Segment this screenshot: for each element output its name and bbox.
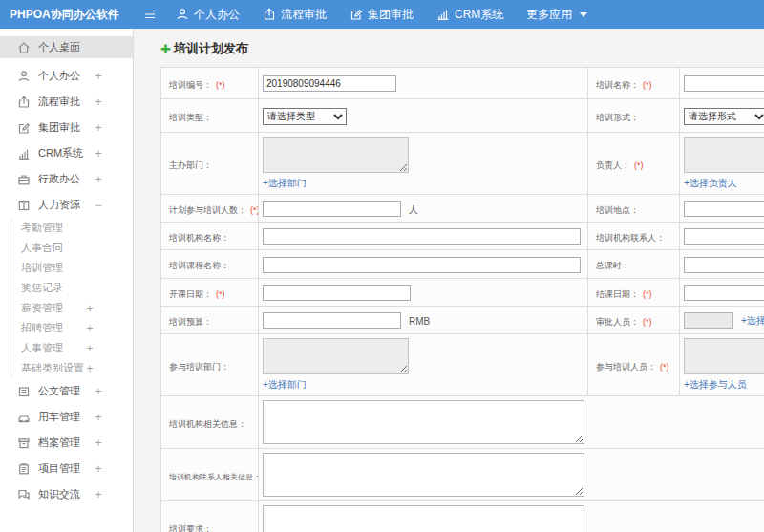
expand-icon[interactable]: + — [93, 436, 104, 450]
collapse-icon[interactable]: − — [93, 199, 104, 212]
nav-crm-system[interactable]: CRM系统 — [436, 7, 503, 23]
expand-icon[interactable]: + — [93, 121, 104, 135]
sidebar-item-hr-contract[interactable]: 人事合同 — [11, 238, 133, 258]
chat-icon — [17, 488, 31, 501]
sidebar-item-label: 公文管理 — [38, 384, 93, 398]
expand-icon[interactable]: + — [84, 362, 96, 375]
start-date-input[interactable] — [263, 285, 411, 301]
sidebar: 个人桌面 个人办公+ 流程审批+ 集团审批+ CRM系统+ 行政办公+ 人力资源… — [0, 29, 134, 532]
org-contact-input[interactable] — [684, 228, 764, 245]
nav-process-approval[interactable]: 流程审批 — [263, 7, 327, 23]
sidebar-item-attendance-mgmt[interactable]: 考勤管理 — [11, 218, 133, 238]
expand-icon[interactable]: + — [84, 342, 96, 355]
sidebar-item-salary-mgmt[interactable]: 薪资管理+ — [11, 298, 133, 318]
field-label: 培训预算： — [169, 317, 212, 327]
expand-icon[interactable]: + — [93, 385, 104, 398]
select-approver-link[interactable]: +选择审批人员 — [741, 314, 764, 328]
sidebar-item-label: 奖惩记录 — [21, 281, 84, 295]
nav-group-approval[interactable]: 集团审批 — [350, 7, 414, 23]
select-participants-link[interactable]: +选择参与人员 — [684, 378, 747, 392]
sidebar-item-knowledge-exchange[interactable]: 知识交流+ — [0, 481, 133, 507]
field-label: 培训课程名称： — [169, 261, 229, 270]
training-no-input[interactable] — [263, 75, 396, 92]
training-type-select[interactable]: 请选择类型 — [263, 108, 347, 125]
sidebar-item-label: 人事合同 — [21, 241, 84, 255]
expand-icon[interactable]: + — [93, 147, 104, 160]
sidebar-item-label: 人力资源 — [38, 198, 93, 212]
course-name-input[interactable] — [263, 257, 581, 273]
person-icon — [176, 8, 189, 21]
table-row: 计划参与培训人数：(*) 人 培训地点： — [161, 194, 764, 222]
sidebar-item-admin-office[interactable]: 行政办公+ — [0, 166, 133, 192]
sidebar-item-crm-system[interactable]: CRM系统+ — [0, 140, 133, 166]
table-row: 培训机构联系人相关信息： — [161, 449, 764, 501]
expand-icon[interactable]: + — [93, 462, 104, 476]
sidebar-item-group-approval[interactable]: 集团审批+ — [0, 115, 133, 140]
sidebar-item-reward-record[interactable]: 奖惩记录 — [11, 278, 133, 298]
sidebar-item-project-mgmt[interactable]: 项目管理+ — [0, 456, 133, 481]
org-info-textarea[interactable] — [263, 400, 584, 444]
end-date-input[interactable] — [684, 285, 764, 301]
select-leader-link[interactable]: +选择负责人 — [684, 177, 737, 190]
expand-icon[interactable]: + — [84, 302, 96, 315]
host-dept-textarea[interactable] — [263, 137, 409, 173]
expand-icon[interactable]: + — [93, 70, 104, 83]
expand-icon[interactable]: + — [93, 173, 104, 186]
sidebar-item-label: 基础类别设置 — [21, 361, 84, 375]
nav-personal-office[interactable]: 个人办公 — [176, 7, 240, 23]
requirements-textarea[interactable] — [263, 505, 584, 532]
planned-count-input[interactable] — [263, 201, 401, 217]
sidebar-item-recruit-mgmt[interactable]: 招聘管理+ — [11, 318, 133, 338]
sidebar-item-personal-desktop[interactable]: 个人桌面 — [0, 36, 133, 58]
select-dept-link[interactable]: +选择部门 — [263, 177, 307, 190]
table-row: 培训类型： 请选择类型 培训形式： 请选择形式 — [161, 99, 764, 133]
field-label: 培训机构联系人相关信息： — [169, 473, 259, 481]
org-contact-info-textarea[interactable] — [263, 453, 584, 497]
sidebar-item-personnel-mgmt[interactable]: 人事管理+ — [11, 338, 133, 358]
expand-icon[interactable]: + — [93, 411, 104, 424]
field-label: 培训机构名称： — [169, 233, 229, 243]
sidebar-item-archive-mgmt[interactable]: 档案管理+ — [0, 430, 133, 456]
expand-icon[interactable]: + — [93, 488, 104, 501]
org-name-input[interactable] — [263, 228, 581, 245]
app-title: PHPOA协同办公软件 — [0, 7, 143, 23]
field-label: 结课日期： — [596, 289, 639, 299]
edit-icon — [17, 121, 31, 135]
sidebar-item-personal-office[interactable]: 个人办公+ — [0, 63, 133, 89]
sidebar-item-document-mgmt[interactable]: 公文管理+ — [0, 378, 133, 404]
field-label: 计划参与培训人数： — [169, 205, 246, 215]
sidebar-item-training-mgmt[interactable]: 培训管理 — [11, 258, 133, 278]
sidebar-item-label: 集团审批 — [38, 120, 93, 135]
sidebar-item-label: 行政办公 — [38, 172, 93, 186]
select-dept-link[interactable]: +选择部门 — [263, 378, 307, 392]
sidebar-item-vehicle-mgmt[interactable]: 用车管理+ — [0, 404, 133, 430]
nav-label: 更多应用 — [526, 7, 572, 23]
page-title-text: 培训计划发布 — [174, 40, 248, 57]
expand-icon[interactable]: + — [84, 322, 96, 335]
field-label: 审批人员： — [596, 317, 639, 327]
training-form-select[interactable]: 请选择形式 — [684, 108, 764, 125]
sidebar-item-process-approval[interactable]: 流程审批+ — [0, 89, 133, 115]
location-input[interactable] — [684, 201, 764, 217]
hamburger-menu-icon[interactable] — [143, 8, 176, 21]
expand-icon[interactable]: + — [93, 96, 104, 109]
main-content: ✚ 培训计划发布 培训编号：(*) 培训名称：(*) 培训类型： 请选择类型 培… — [134, 29, 764, 532]
field-label: 总课时： — [596, 261, 630, 270]
training-name-input[interactable] — [684, 75, 764, 92]
table-row: 培训编号：(*) 培训名称：(*) — [161, 68, 764, 99]
sidebar-item-human-resources[interactable]: 人力资源− — [0, 192, 133, 218]
archive-icon — [17, 436, 31, 450]
leader-textarea[interactable] — [684, 137, 764, 173]
top-bar: PHPOA协同办公软件 个人办公 流程审批 集团审批 CRM系统 更多应用 — [0, 0, 764, 29]
join-dept-textarea[interactable] — [263, 338, 409, 374]
nav-label: 集团审批 — [368, 7, 414, 23]
budget-input[interactable] — [263, 312, 401, 329]
approver-input[interactable] — [684, 312, 733, 329]
sidebar-item-base-category-settings[interactable]: 基础类别设置+ — [11, 358, 133, 378]
total-hours-input[interactable] — [684, 257, 764, 273]
sidebar-item-label: 人事管理 — [21, 341, 84, 355]
sidebar-submenu-hr: 考勤管理 人事合同 培训管理 奖惩记录 薪资管理+ 招聘管理+ 人事管理+ 基础… — [11, 218, 133, 378]
table-row: 培训机构相关信息： — [161, 396, 764, 449]
nav-more-apps[interactable]: 更多应用 — [526, 7, 587, 23]
join-people-textarea[interactable] — [684, 338, 764, 374]
